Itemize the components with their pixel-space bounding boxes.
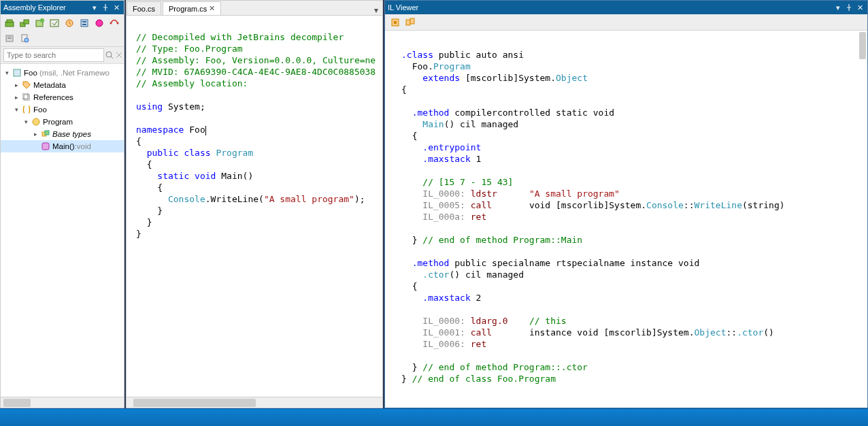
il-type: WriteLine [695, 200, 742, 210]
toolbar-btn-8[interactable] [107, 16, 121, 30]
il-toolbar-btn-2[interactable] [403, 16, 417, 29]
assembly-explorer-panel: Assembly Explorer ▾ ✕ Foo (msil, .Net Fr… [0, 0, 124, 408]
il-toolbar-btn-1[interactable] [388, 16, 402, 29]
il-text: Foo. [412, 61, 433, 71]
svg-rect-29 [410, 18, 414, 24]
il-dir: extends [422, 73, 460, 83]
tree-cls-label: Program [43, 118, 73, 126]
code-comment: // Decompiled with JetBrains decompiler [136, 32, 344, 42]
il-label: IL_0000: [422, 316, 465, 326]
tab-close-icon[interactable]: ✕ [209, 4, 215, 13]
tree-node-method[interactable]: Main():void [1, 140, 124, 152]
tree-node-class[interactable]: Program [1, 116, 124, 128]
il-v-scrollbar[interactable] [859, 32, 866, 59]
tab-foo-cs[interactable]: Foo.cs [127, 1, 161, 15]
il-type: Object [695, 327, 727, 338]
tree-node-assembly[interactable]: Foo (msil, .Net Framewo [1, 67, 124, 79]
il-label: IL_000a: [422, 212, 465, 222]
toolbar-btn-9[interactable] [3, 31, 16, 45]
il-viewer-header[interactable]: IL Viewer ▾ ✕ [385, 1, 867, 14]
svg-rect-10 [82, 24, 86, 25]
svg-rect-22 [22, 93, 28, 99]
toolbar-btn-6[interactable] [78, 16, 91, 30]
il-text: [mscorlib]System. [465, 73, 556, 83]
close-icon[interactable]: ✕ [855, 3, 865, 12]
tree-node-references[interactable]: References [1, 91, 124, 103]
toolbar-btn-2[interactable] [18, 16, 31, 30]
editor-tabstrip: Foo.cs Program.cs✕ ▾ [127, 1, 382, 16]
il-comment: // end of method Program::.ctor [422, 362, 588, 372]
il-dir: .class [401, 50, 433, 60]
il-op: call [471, 327, 492, 338]
il-type: .ctor [737, 327, 763, 338]
explorer-h-scrollbar[interactable] [1, 397, 124, 408]
tree-node-basetypes[interactable]: Base types [1, 128, 124, 140]
search-options-icon[interactable] [115, 50, 123, 61]
il-text: :: [684, 200, 695, 210]
tree-node-metadata[interactable]: Metadata [1, 79, 124, 91]
dropdown-icon[interactable]: ▾ [833, 3, 843, 12]
kw: static [157, 171, 189, 181]
il-text: () [763, 327, 774, 338]
type: Program [216, 148, 253, 158]
code-comment: // Assembly location: [136, 78, 248, 88]
toolbar-btn-5[interactable] [63, 16, 76, 30]
status-bar [0, 408, 868, 426]
search-icon[interactable] [105, 50, 114, 61]
close-icon[interactable]: ✕ [112, 3, 121, 12]
assembly-tree: Foo (msil, .Net Framewo Metadata Referen… [1, 64, 124, 397]
svg-rect-16 [7, 38, 12, 39]
kw: class [184, 148, 210, 158]
toolbar-btn-3[interactable] [33, 16, 46, 30]
il-text: public specialname rtspecialname instanc… [454, 258, 699, 268]
il-op: ret [471, 212, 486, 222]
il-text: () cil managed [449, 269, 524, 280]
toolbar-btn-10[interactable] [18, 31, 31, 45]
kw: namespace [136, 125, 184, 135]
tree-node-namespace[interactable]: Foo [1, 103, 124, 116]
class-icon [31, 117, 41, 127]
il-op: ldstr [471, 189, 497, 199]
svg-rect-26 [42, 143, 49, 150]
il-viewer-body[interactable]: .class public auto ansi Foo.Program exte… [385, 31, 867, 408]
toolbar-btn-4[interactable] [48, 16, 61, 30]
il-label: IL_0001: [422, 327, 465, 338]
il-text: :: [726, 327, 737, 338]
toolbar-btn-7[interactable] [93, 16, 106, 30]
il-type: Main [422, 119, 444, 129]
text-caret [205, 126, 206, 135]
il-dir: .method [412, 258, 450, 268]
tree-asm-name: Foo [24, 69, 37, 77]
search-input[interactable] [3, 48, 104, 62]
il-dir: .maxstack [422, 293, 470, 303]
il-comment: // this [529, 316, 567, 326]
editor-h-scrollbar[interactable] [127, 397, 382, 408]
pin-icon[interactable] [844, 3, 854, 12]
tree-method-ret: :void [75, 142, 91, 150]
dropdown-icon[interactable]: ▾ [90, 3, 99, 12]
svg-rect-25 [45, 131, 49, 135]
tabstrip-dropdown-icon[interactable]: ▾ [370, 5, 382, 15]
explorer-toolbar [1, 14, 124, 47]
toolbar-btn-1[interactable] [3, 16, 16, 30]
tab-program-cs[interactable]: Program.cs✕ [163, 1, 221, 15]
kw: using [136, 101, 163, 112]
string-literal: "A small program" [264, 194, 354, 204]
il-text: (string) [742, 200, 785, 210]
type: Console [168, 194, 205, 204]
il-type: .ctor [422, 269, 449, 280]
il-op: ret [471, 339, 486, 349]
pin-icon[interactable] [101, 3, 110, 12]
svg-point-19 [106, 52, 112, 57]
il-dir: .method [412, 108, 450, 118]
assembly-explorer-header[interactable]: Assembly Explorer ▾ ✕ [1, 1, 124, 14]
svg-point-18 [24, 38, 29, 42]
il-text: void [mscorlib]System. [529, 200, 646, 210]
il-op: ldarg.0 [471, 316, 508, 326]
il-label: IL_0006: [422, 339, 465, 349]
svg-rect-21 [24, 95, 29, 100]
tree-method-name: Main() [52, 142, 75, 150]
code-editor[interactable]: // Decompiled with JetBrains decompiler … [127, 16, 382, 397]
il-comment: // [15 7 - 15 43] [422, 177, 513, 187]
ident: System [168, 101, 200, 112]
